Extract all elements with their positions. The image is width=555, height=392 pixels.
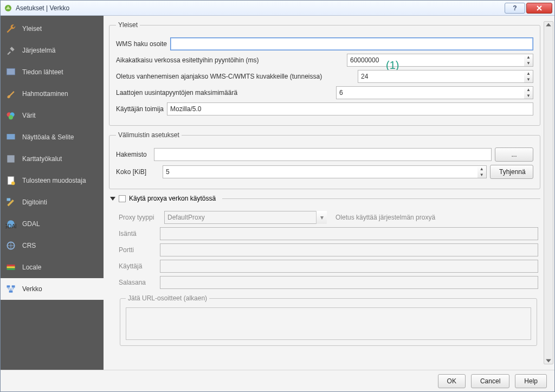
- retry-spinner[interactable]: ▲▼: [524, 86, 533, 99]
- sidebar-item-label: Tiedon lähteet: [22, 68, 63, 76]
- ok-button[interactable]: OK: [438, 374, 466, 388]
- window-title: Asetukset | Verkko: [16, 4, 69, 12]
- svg-point-8: [11, 182, 15, 185]
- use-proxy-checkbox[interactable]: [119, 195, 126, 202]
- sidebar-item-locale[interactable]: Locale: [1, 256, 104, 278]
- colors-icon: [5, 110, 17, 121]
- cache-size-spinner[interactable]: ▲▼: [477, 165, 487, 178]
- cache-dir-label: Hakemisto: [116, 151, 151, 158]
- cache-dir-input[interactable]: [154, 148, 492, 161]
- sidebar-item-canvas-legend[interactable]: Näyttöala & Selite: [1, 126, 104, 148]
- network-icon: [5, 283, 17, 295]
- sidebar-item-system[interactable]: Järjestelmä: [1, 40, 104, 61]
- cache-legend: Välimuistin asetukset: [116, 131, 182, 139]
- scroll-up-icon: [545, 22, 552, 28]
- maptools-icon: [5, 153, 17, 165]
- cache-size-input[interactable]: [163, 165, 477, 178]
- sidebar-item-datasources[interactable]: Tiedon lähteet: [1, 61, 104, 83]
- sidebar-item-network[interactable]: Verkko: [1, 278, 104, 300]
- svg-rect-1: [7, 68, 15, 75]
- sidebar-item-label: Tulosteen muodostaja: [22, 177, 86, 184]
- sidebar-item-rendering[interactable]: Hahmottaminen: [1, 83, 104, 105]
- brush-icon: [5, 88, 17, 100]
- timeout-spinner[interactable]: ▲▼: [524, 54, 533, 67]
- proxy-user-input[interactable]: [160, 260, 538, 273]
- chevron-down-icon: ▾: [316, 211, 327, 224]
- svg-rect-18: [9, 291, 13, 293]
- proxy-pass-label: Salasana: [119, 279, 157, 286]
- proxy-exclude-legend: Jätä URL-osoitteet (alkaen): [126, 294, 209, 302]
- svg-rect-9: [7, 198, 11, 201]
- sidebar-item-colors[interactable]: Värit: [1, 105, 104, 126]
- vertical-scrollbar[interactable]: [544, 21, 553, 364]
- sidebar-item-label: Hahmottaminen: [22, 90, 68, 98]
- sidebar-item-label: Värit: [22, 112, 36, 119]
- sidebar-item-crs[interactable]: CRS: [1, 235, 104, 256]
- locale-icon: [5, 261, 17, 273]
- proxy-divider: [222, 198, 540, 199]
- proxy-port-input[interactable]: [160, 243, 538, 256]
- sidebar-item-gdal[interactable]: GDAL GDAL: [1, 213, 104, 235]
- tools-icon: [5, 44, 17, 56]
- retry-input[interactable]: [336, 86, 524, 99]
- svg-text:GDAL: GDAL: [5, 223, 16, 229]
- crs-icon: [5, 240, 17, 252]
- cache-group: Välimuistin asetukset Hakemisto ... Koko…: [109, 131, 540, 189]
- sidebar-item-label: Verkko: [22, 285, 42, 293]
- proxy-type-combo[interactable]: [164, 211, 327, 224]
- chevron-down-icon: [110, 197, 115, 201]
- sidebar-item-label: CRS: [22, 242, 36, 249]
- sidebar-item-label: Karttatyökalut: [22, 155, 62, 163]
- timeout-label: Aikakatkaisu verkossa esitettyihin pyynt…: [116, 56, 344, 64]
- svg-rect-5: [7, 134, 15, 139]
- sidebar-item-general[interactable]: Yleiset: [1, 18, 104, 40]
- close-window-button[interactable]: [526, 3, 552, 14]
- expiry-label: Oletus vanhenemisen ajanjakso WMS-C/WMTS…: [116, 73, 354, 80]
- sidebar-item-label: Näyttöala & Selite: [22, 133, 74, 141]
- proxy-exclude-group: Jätä URL-osoitteet (alkaen): [120, 294, 537, 346]
- use-proxy-label: Käytä proxya verkon käytössä: [129, 195, 216, 202]
- svg-rect-14: [7, 266, 15, 268]
- settings-dialog: Asetukset | Verkko ? Yleiset Järjestelmä…: [0, 0, 555, 392]
- user-agent-input[interactable]: [167, 102, 533, 115]
- dialog-button-bar: OK Cancel Help: [1, 370, 554, 391]
- svg-rect-17: [12, 285, 15, 287]
- wms-url-input[interactable]: [170, 37, 533, 50]
- scroll-down-icon: [545, 357, 552, 364]
- sidebar-item-composer[interactable]: Tulosteen muodostaja: [1, 170, 104, 191]
- title-bar: Asetukset | Verkko ?: [1, 1, 554, 16]
- proxy-user-label: Käyttäjä: [119, 262, 157, 270]
- general-legend: Yleiset: [116, 21, 140, 29]
- sidebar-item-maptools[interactable]: Karttatyökalut: [1, 148, 104, 170]
- svg-rect-6: [7, 155, 14, 162]
- canvas-icon: [5, 131, 17, 143]
- gdal-icon: GDAL: [5, 218, 17, 230]
- sidebar: Yleiset Järjestelmä Tiedon lähteet Hahmo…: [1, 16, 104, 370]
- proxy-pass-input[interactable]: [160, 276, 538, 289]
- datasource-icon: [5, 66, 17, 78]
- proxy-toggle-row[interactable]: Käytä proxya verkon käytössä: [110, 195, 540, 202]
- timeout-input[interactable]: [347, 54, 524, 67]
- svg-point-4: [9, 115, 13, 119]
- svg-rect-15: [7, 268, 15, 270]
- user-agent-label: Käyttäjän toimija: [116, 105, 164, 113]
- cache-clear-button[interactable]: Tyhjennä: [490, 165, 533, 179]
- wrench-icon: [5, 23, 17, 35]
- sidebar-item-digitizing[interactable]: Digitointi: [1, 191, 104, 213]
- proxy-exclude-list[interactable]: [126, 307, 531, 340]
- expiry-input[interactable]: [358, 70, 524, 83]
- sidebar-item-label: Locale: [22, 264, 41, 271]
- expiry-spinner[interactable]: ▲▼: [524, 70, 533, 83]
- app-icon: [4, 4, 12, 12]
- cache-size-label: Koko [KiB]: [116, 168, 159, 176]
- proxy-body: Proxy tyyppi ▾ Oletus käyttää järjestelm…: [109, 204, 540, 348]
- retry-label: Laattojen uusintapyyntöjen maksimimäärä: [116, 89, 333, 97]
- help-window-button[interactable]: ?: [505, 3, 525, 14]
- sidebar-item-label: Järjestelmä: [22, 47, 55, 54]
- svg-rect-16: [7, 285, 10, 287]
- cache-browse-button[interactable]: ...: [495, 147, 533, 162]
- help-button[interactable]: Help: [515, 374, 547, 388]
- composer-icon: [5, 175, 17, 187]
- cancel-button[interactable]: Cancel: [471, 374, 509, 388]
- proxy-host-input[interactable]: [160, 227, 538, 240]
